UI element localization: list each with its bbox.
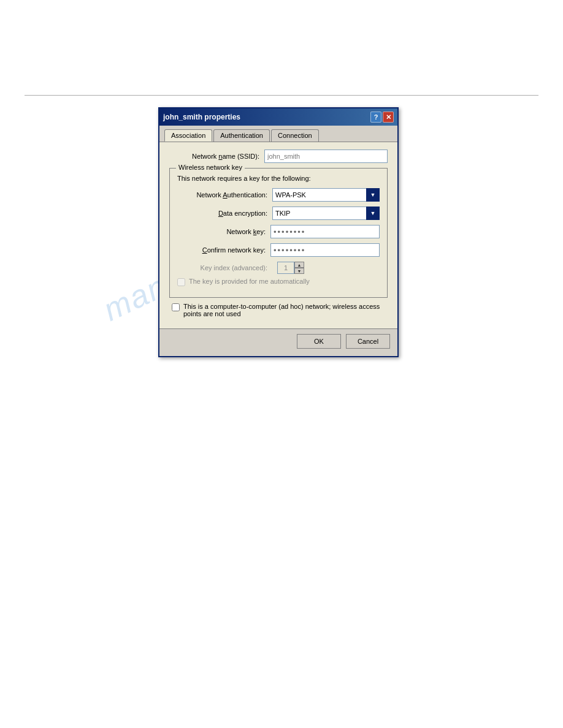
help-button[interactable]: ?: [370, 112, 381, 123]
spinner-buttons: ▲ ▼: [294, 262, 304, 274]
dialog-footer: OK Cancel: [159, 328, 397, 356]
adhoc-checkbox[interactable]: [172, 303, 180, 311]
dialog-titlebar: john_smith properties ? ✕: [159, 108, 397, 126]
dialog-title: john_smith properties: [163, 113, 240, 121]
network-name-label: Network name (SSID):: [169, 153, 264, 160]
network-name-input[interactable]: [264, 150, 388, 163]
network-name-row: Network name (SSID):: [169, 150, 388, 163]
network-key-row: Network key:: [177, 225, 380, 238]
auto-key-label: The key is provided for me automatically: [189, 278, 310, 285]
data-enc-row: Data encryption: Disabled WEP TKIP AES: [177, 207, 380, 220]
auto-key-checkbox[interactable]: [177, 278, 185, 286]
key-index-spinner: ▲ ▼: [277, 262, 304, 274]
spinner-up-button[interactable]: ▲: [294, 262, 304, 268]
close-button[interactable]: ✕: [383, 112, 394, 123]
confirm-key-label: Confirm network key:: [177, 246, 270, 254]
confirm-key-input[interactable]: [270, 243, 380, 257]
data-enc-label: Data encryption:: [177, 210, 272, 217]
ok-button[interactable]: OK: [297, 334, 341, 349]
wireless-key-group: Wireless network key This network requir…: [169, 168, 388, 298]
adhoc-row: This is a computer-to-computer (ad hoc) …: [172, 303, 385, 317]
titlebar-buttons: ? ✕: [370, 112, 394, 123]
network-auth-select[interactable]: Open Shared WPA WPA-PSK WPA2 WPA2-PSK: [272, 188, 380, 202]
tab-authentication[interactable]: Authentication: [213, 129, 270, 142]
auto-key-row: The key is provided for me automatically: [177, 278, 380, 286]
key-index-row: Key index (advanced): ▲ ▼: [177, 262, 380, 274]
page-divider: [25, 95, 538, 96]
adhoc-area: This is a computer-to-computer (ad hoc) …: [169, 303, 388, 317]
tab-association[interactable]: Association: [164, 129, 212, 142]
network-key-input[interactable]: [270, 225, 380, 238]
data-enc-select[interactable]: Disabled WEP TKIP AES: [272, 207, 380, 220]
dialog-window: john_smith properties ? ✕ Association Au…: [158, 107, 399, 357]
tabs-container: Association Authentication Connection: [159, 126, 397, 142]
data-enc-select-wrapper: Disabled WEP TKIP AES: [272, 207, 380, 220]
tab-connection[interactable]: Connection: [271, 129, 319, 142]
spinner-down-button[interactable]: ▼: [294, 268, 304, 274]
key-index-label: Key index (advanced):: [177, 264, 272, 271]
network-auth-row: Network Authentication: Open Shared WPA …: [177, 188, 380, 202]
tab-content-association: Network name (SSID): Wireless network ke…: [159, 142, 397, 328]
adhoc-label: This is a computer-to-computer (ad hoc) …: [183, 303, 385, 317]
network-key-label: Network key:: [177, 228, 270, 235]
network-auth-select-wrapper: Open Shared WPA WPA-PSK WPA2 WPA2-PSK: [272, 188, 380, 202]
key-index-input[interactable]: [277, 262, 294, 274]
group-desc: This network requires a key for the foll…: [177, 175, 380, 182]
confirm-key-row: Confirm network key:: [177, 243, 380, 257]
network-auth-label: Network Authentication:: [177, 191, 272, 199]
group-box-legend: Wireless network key: [176, 164, 245, 171]
cancel-button[interactable]: Cancel: [346, 334, 390, 349]
